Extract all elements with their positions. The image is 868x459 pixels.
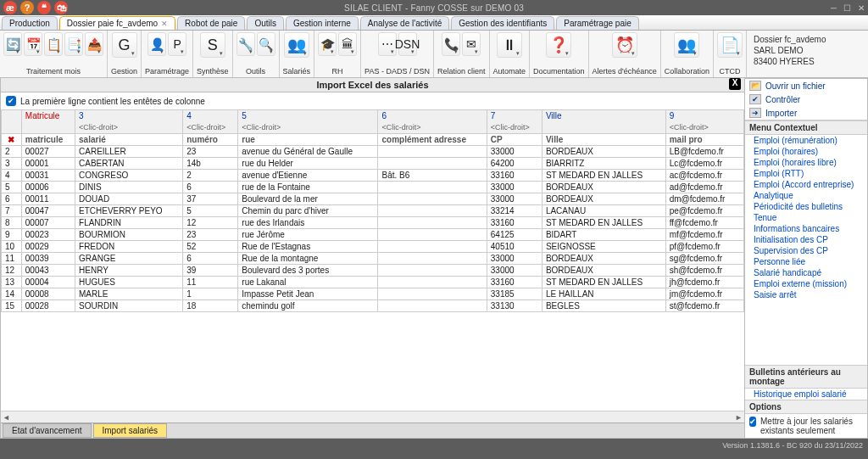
context-link[interactable]: Emploi (rémunération) <box>745 135 867 146</box>
cell[interactable]: BEGLES <box>542 300 665 312</box>
action-ouvrir-un-fichier[interactable]: 📂Ouvrir un fichier <box>745 79 867 92</box>
cell[interactable]: 00011 <box>21 193 75 205</box>
cell[interactable]: BORDEAUX <box>542 265 665 277</box>
dropdown-icon[interactable]: ▾ <box>131 50 135 57</box>
ribbon-button[interactable]: 📋▾ <box>44 32 63 56</box>
dropdown-icon[interactable]: ▾ <box>454 48 458 55</box>
minimize-button[interactable]: ─ <box>831 3 837 13</box>
cell[interactable] <box>378 241 487 253</box>
tab-production[interactable]: Production <box>2 16 58 30</box>
ribbon-button[interactable]: 👥▾ <box>674 32 699 58</box>
cell[interactable]: chemindu golf <box>238 300 378 312</box>
tab-gestion-des-identifiants[interactable]: Gestion des identifiants <box>451 16 554 30</box>
column-subheader[interactable]: <Clic-droit> <box>238 122 378 134</box>
table-row[interactable]: 1300004HUGUES11rue Lakanal33160ST MEDARD… <box>2 277 744 288</box>
cell[interactable]: Rue de l'Estagnas <box>238 241 378 253</box>
cell[interactable] <box>378 277 487 288</box>
close-content-button[interactable]: X <box>729 78 741 90</box>
cell[interactable]: 3 <box>2 158 22 170</box>
column-subheader[interactable]: <Clic-droit> <box>183 122 238 134</box>
column-subheader[interactable] <box>21 122 75 134</box>
dropdown-icon[interactable]: ▾ <box>160 48 164 55</box>
data-grid[interactable]: Matricule34567Ville9<Clic-droit><Clic-dr… <box>1 109 744 411</box>
cell[interactable]: DINIS <box>75 182 183 193</box>
cell[interactable]: DOUAD <box>75 193 183 205</box>
cell[interactable]: 1 <box>183 288 238 300</box>
cell[interactable]: 5 <box>2 182 22 193</box>
cell[interactable]: BORDEAUX <box>542 193 665 205</box>
table-row[interactable]: 500006DINIS6rue de la Fontaine33000BORDE… <box>2 182 744 193</box>
dropdown-icon[interactable]: ▾ <box>351 48 354 55</box>
cell[interactable]: ac@fcdemo.fr <box>665 170 743 182</box>
cell[interactable]: 33000 <box>487 265 542 277</box>
dropdown-icon[interactable]: ▾ <box>181 48 184 55</box>
column-subheader[interactable]: <Clic-droit> <box>75 122 183 134</box>
table-row[interactable]: 800007FLANDRIN12rue des Irlandais33160ST… <box>2 217 744 229</box>
cell[interactable]: pf@fcdemo.fr <box>665 241 743 253</box>
cell[interactable]: 6 <box>183 182 238 193</box>
cell[interactable]: ST MEDARD EN JALLES <box>542 217 665 229</box>
maximize-button[interactable]: ☐ <box>843 3 851 13</box>
dropdown-icon[interactable]: ▾ <box>391 48 394 55</box>
checkbox-icon[interactable]: ✔ <box>749 417 756 427</box>
ribbon-button[interactable]: 📞▾ <box>442 32 460 56</box>
dropdown-icon[interactable]: ▾ <box>303 50 307 57</box>
dropdown-icon[interactable]: ▾ <box>57 48 60 55</box>
dropdown-icon[interactable]: ▾ <box>97 48 101 55</box>
dropdown-icon[interactable]: ▾ <box>36 48 40 55</box>
dropdown-icon[interactable]: ▾ <box>632 50 635 57</box>
dropdown-icon[interactable]: ▾ <box>77 48 81 55</box>
table-row[interactable]: 900023BOURMION23rue Jérôme64125BIDARTmf@… <box>2 229 744 241</box>
bulletins-link[interactable]: Historique emploi salarié <box>745 389 867 400</box>
cell[interactable]: 23 <box>183 146 238 158</box>
context-link[interactable]: Tenue <box>745 212 867 223</box>
cell[interactable]: 5 <box>183 205 238 217</box>
ribbon-button[interactable]: 🔄▾ <box>3 32 22 56</box>
cell[interactable] <box>378 253 487 265</box>
dropdown-icon[interactable]: ▾ <box>737 50 740 57</box>
cell[interactable] <box>378 146 487 158</box>
ribbon-button[interactable]: 📤▾ <box>85 32 103 56</box>
cell[interactable]: 33160 <box>487 217 542 229</box>
ribbon-button[interactable]: 👥▾ <box>284 32 309 58</box>
cell[interactable]: dm@fcdemo.fr <box>665 193 743 205</box>
cell[interactable] <box>378 205 487 217</box>
column-header[interactable]: 3 <box>75 110 183 122</box>
cell[interactable]: pe@fcdemo.fr <box>665 205 743 217</box>
action-importer[interactable]: ➜Importer <box>745 106 867 120</box>
dropdown-icon[interactable]: ▾ <box>270 48 273 55</box>
cell[interactable]: 7 <box>2 205 22 217</box>
cell[interactable]: 33000 <box>487 193 542 205</box>
cell[interactable]: rue des Irlandais <box>238 217 378 229</box>
context-link[interactable]: Supervision des CP <box>745 245 867 256</box>
cell[interactable]: 00001 <box>21 158 75 170</box>
cell[interactable]: numéro <box>183 134 238 146</box>
context-link[interactable]: Emploi (RTT) <box>745 168 867 179</box>
cell[interactable]: CP <box>487 134 542 146</box>
dropdown-icon[interactable]: ▾ <box>249 48 253 55</box>
cell[interactable]: 11 <box>2 253 22 265</box>
cell[interactable] <box>378 158 487 170</box>
cell[interactable] <box>378 300 487 312</box>
scroll-left-icon[interactable]: ◄ <box>3 413 10 422</box>
table-row[interactable]: 600011DOUAD37Boulevard de la mer33000BOR… <box>2 193 744 205</box>
context-link[interactable]: Personne liée <box>745 256 867 267</box>
cell[interactable]: ad@fcdemo.fr <box>665 182 743 193</box>
dropdown-icon[interactable]: ▾ <box>516 50 520 57</box>
cell[interactable] <box>378 193 487 205</box>
tab-analyse-de-l-activit-[interactable]: Analyse de l'activité <box>360 16 450 30</box>
cell[interactable]: 14 <box>2 288 22 300</box>
cell[interactable] <box>378 217 487 229</box>
cell[interactable]: BIDART <box>542 229 665 241</box>
cell[interactable]: 00039 <box>21 253 75 265</box>
ribbon-button[interactable]: ❓▾ <box>546 32 571 58</box>
table-row[interactable]: 400031CONGRESO2avenue d'EtienneBât. B633… <box>2 170 744 182</box>
cell[interactable]: jh@fcdemo.fr <box>665 277 743 288</box>
context-link[interactable]: Analytique <box>745 190 867 201</box>
column-header[interactable]: Ville <box>542 110 665 122</box>
cell[interactable]: rue du Helder <box>238 158 378 170</box>
cell[interactable]: 00008 <box>21 288 75 300</box>
ribbon-button[interactable]: ⋯▾ <box>378 32 397 56</box>
cell[interactable]: 2 <box>183 170 238 182</box>
cell[interactable]: 6 <box>183 253 238 265</box>
